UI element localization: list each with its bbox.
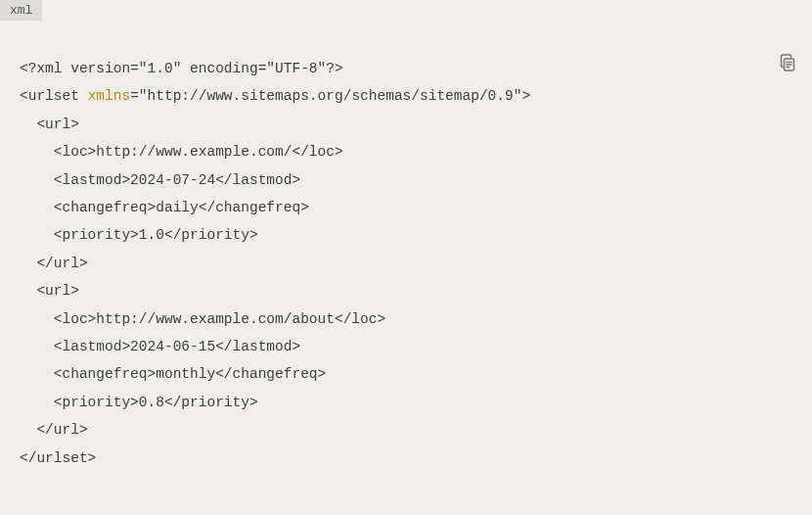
code-line: </urlset> <box>20 450 96 466</box>
code-line: <loc>http://www.example.com/about</loc> <box>20 311 385 327</box>
code-line: <url> <box>20 117 79 132</box>
code-line: <changefreq>monthly</changefreq> <box>20 366 326 382</box>
code-line: <urlset xmlns="http://www.sitemaps.org/s… <box>20 88 530 104</box>
code-line: </url> <box>20 256 88 271</box>
code-line: <url> <box>20 283 79 299</box>
language-label: xml <box>0 0 42 21</box>
code-line: <priority>1.0</priority> <box>20 227 258 243</box>
copy-icon[interactable] <box>780 54 795 71</box>
code-line: <lastmod>2024-07-24</lastmod> <box>20 172 300 188</box>
code-line: <?xml version="1.0" encoding="UTF-8"?> <box>20 61 343 76</box>
code-line: <loc>http://www.example.com/</loc> <box>20 144 343 160</box>
code-block: <?xml version="1.0" encoding="UTF-8"?> <… <box>0 0 812 492</box>
code-line: <changefreq>daily</changefreq> <box>20 200 309 215</box>
code-line: </url> <box>20 422 88 438</box>
code-line: <lastmod>2024-06-15</lastmod> <box>20 339 300 354</box>
code-line: <priority>0.8</priority> <box>20 395 258 410</box>
